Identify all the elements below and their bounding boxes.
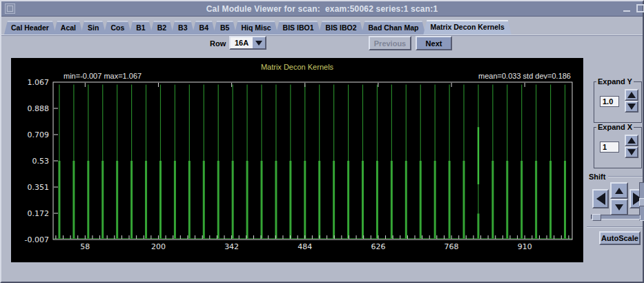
x-tick-label: 342 [224, 242, 239, 251]
autoscale-button[interactable]: AutoScale [599, 231, 641, 245]
x-tick-label: 626 [371, 242, 385, 251]
x-tick-label: 768 [445, 242, 459, 251]
tab-sin[interactable]: Sin [81, 21, 106, 35]
maximize-icon[interactable] [636, 4, 644, 12]
shift-rule [608, 176, 643, 177]
window-menu-icon[interactable] [5, 3, 15, 14]
row-label: Row [210, 39, 226, 48]
previous-button[interactable]: Previous [369, 36, 411, 50]
tab-bis-ibo2[interactable]: BIS IBO2 [319, 21, 364, 35]
tab-bad-chan-map[interactable]: Bad Chan Map [361, 21, 425, 35]
shift-horizontal-slider[interactable] [591, 215, 641, 219]
tab-cos[interactable]: Cos [104, 21, 131, 35]
expand-x-group: Expand X [594, 127, 642, 168]
y-tick-label: 0.172 [28, 209, 50, 218]
expand-y-input[interactable] [600, 96, 619, 107]
y-tick-label: 0.53 [32, 157, 50, 166]
y-tick-label: 0.351 [28, 183, 50, 192]
x-tick-label: 910 [518, 242, 532, 251]
x-tick-label: 484 [297, 242, 312, 251]
tab-b5[interactable]: B5 [213, 21, 236, 35]
expand-y-spinner [625, 89, 638, 113]
down-arrow-icon [615, 204, 623, 211]
expand-y-down-button[interactable] [625, 101, 638, 113]
y-tick-label: 1.067 [28, 78, 50, 87]
expand-x-spinner [625, 135, 638, 158]
y-tick-label: -0.007 [25, 235, 49, 244]
expand-x-up-button[interactable] [625, 135, 638, 146]
plot-panel: Matrix Decon Kernels min=-0.007 max=1.06… [11, 58, 583, 262]
x-tick-label: 200 [151, 242, 166, 251]
app-window: Cal Module Viewer for scan: exam:50062 s… [0, 0, 644, 283]
tab-matrix-decon-kernels[interactable]: Matrix Decon Kernels [423, 20, 511, 35]
up-arrow-icon [627, 92, 636, 98]
up-arrow-icon [627, 137, 636, 144]
down-arrow-icon [627, 149, 636, 155]
tab-b3[interactable]: B3 [171, 21, 194, 35]
tab-underline [1, 35, 643, 36]
minimize-icon[interactable] [623, 4, 631, 12]
shift-label: Shift [589, 173, 605, 181]
tab-b2[interactable]: B2 [150, 21, 173, 35]
shift-up-button[interactable] [610, 182, 628, 199]
expand-x-down-button[interactable] [625, 146, 638, 158]
tab-cal-header[interactable]: Cal Header [4, 21, 56, 35]
tab-b4[interactable]: B4 [193, 21, 215, 35]
expand-x-input[interactable] [600, 142, 619, 153]
expand-x-label: Expand X [596, 123, 634, 131]
expand-y-group: Expand Y [594, 81, 642, 123]
next-button[interactable]: Next [416, 36, 452, 50]
chart-canvas: 1.0670.8880.7090.530.3510.172-0.00758200… [11, 58, 583, 262]
tab-hiq-misc[interactable]: Hiq Misc [234, 21, 277, 35]
vertical-slider-handle[interactable] [639, 198, 644, 206]
tab-bis-ibo1[interactable]: BIS IBO1 [276, 21, 321, 35]
y-tick-label: 0.888 [28, 104, 50, 113]
horizontal-slider-handle[interactable] [592, 214, 601, 221]
expand-y-up-button[interactable] [625, 89, 638, 101]
window-title: Cal Module Viewer for scan: exam:50062 s… [1, 4, 643, 14]
tab-acal[interactable]: Acal [54, 21, 83, 35]
panel-separator [587, 226, 643, 228]
shift-left-button[interactable] [592, 189, 609, 208]
tab-bar: Cal HeaderAcalSinCosB1B2B3B4B5Hiq MiscBI… [4, 20, 643, 35]
titlebar[interactable]: Cal Module Viewer for scan: exam:50062 s… [1, 1, 643, 17]
window-buttons [623, 4, 641, 12]
left-arrow-icon [596, 193, 605, 205]
shift-down-button[interactable] [610, 199, 628, 215]
tab-b1[interactable]: B1 [129, 21, 152, 35]
up-arrow-icon [615, 188, 623, 194]
row-select-value: 16A [231, 37, 253, 48]
row-select[interactable]: 16A [229, 36, 266, 50]
x-tick-label: 58 [80, 242, 90, 251]
down-arrow-icon [627, 104, 636, 110]
expand-y-label: Expand Y [596, 77, 634, 86]
y-tick-label: 0.709 [28, 130, 50, 139]
dropdown-arrow-icon[interactable] [253, 37, 265, 48]
